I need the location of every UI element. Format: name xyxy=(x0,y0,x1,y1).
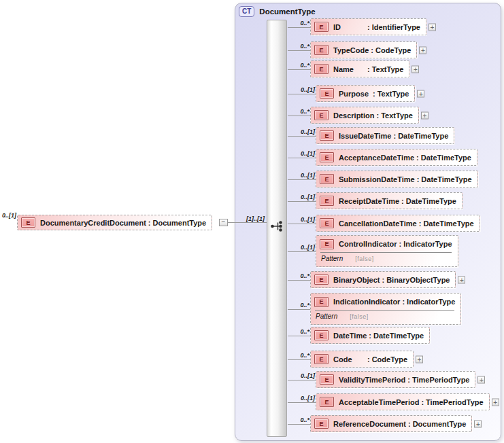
element-node-referencedocument[interactable]: EReferenceDocument:DocumentType+ xyxy=(310,415,472,432)
element-row: 0..[1]EReceiptDateTime:DateTimeType xyxy=(288,192,463,209)
connector-line: 0..* xyxy=(288,327,310,344)
type-separator: : xyxy=(419,219,422,228)
element-node-cancellationdatetime[interactable]: ECancellationDateTime:DateTimeType xyxy=(316,215,480,232)
cardinality-label: 0..* xyxy=(300,417,309,423)
element-name: Description xyxy=(333,111,375,120)
element-node-receiptdatetime[interactable]: EReceiptDateTime:DateTimeType xyxy=(316,192,463,209)
element-node-description[interactable]: EDescription:TextType+ xyxy=(310,107,419,124)
element-node-acceptabletimeperiod[interactable]: EAcceptableTimePeriod:TimePeriodType+ xyxy=(316,393,490,410)
element-node-issuedatetime[interactable]: EIssueDateTime:DateTimeType xyxy=(316,127,454,144)
element-icon: E xyxy=(314,64,329,74)
element-name: TypeCode xyxy=(333,46,369,54)
element-name: AcceptableTimePeriod xyxy=(339,398,419,406)
element-name: SubmissionDateTime xyxy=(339,175,415,183)
element-node-binaryobject[interactable]: EBinaryObject:BinaryObjectType+ xyxy=(310,271,456,288)
element-node-validitytimeperiod[interactable]: EValidityTimePeriod:TimePeriodType+ xyxy=(316,371,475,388)
element-icon: E xyxy=(314,354,329,364)
expand-icon[interactable]: + xyxy=(419,46,426,54)
type-separator: : xyxy=(369,332,371,340)
connector-line: 0..* xyxy=(288,271,310,288)
element-name: BinaryObject xyxy=(333,276,380,284)
connector-line: 0..* xyxy=(288,293,310,325)
element-node-indicationindicator[interactable]: EIndicationIndicator:IndicatorTypePatter… xyxy=(310,293,461,325)
element-name: ID xyxy=(333,23,365,31)
element-row: 0..*EIndicationIndicator:IndicatorTypePa… xyxy=(288,293,461,325)
element-node-acceptancedatetime[interactable]: EAcceptanceDateTime:DateTimeType xyxy=(316,149,477,166)
element-icon: E xyxy=(320,218,334,228)
schema-diagram: 0..[1] E DocumentaryCreditDocument : Doc… xyxy=(0,0,504,443)
connector-line: 0..* xyxy=(288,41,310,58)
expand-icon[interactable]: + xyxy=(429,23,436,31)
element-icon: E xyxy=(314,297,329,307)
cardinality-label: 0..[1] xyxy=(301,194,315,200)
connector-line: 0..[1] xyxy=(288,192,316,209)
type-separator: : xyxy=(407,376,410,384)
connector-line: 0..[1] xyxy=(288,371,316,388)
element-type: DateTimeType xyxy=(398,132,448,140)
element-icon: E xyxy=(320,88,334,99)
link-cardinality-label: [1]..[1] xyxy=(238,215,265,222)
element-name: ValidityTimePeriod xyxy=(339,376,405,384)
type-separator: : xyxy=(371,46,373,54)
type-separator: : xyxy=(416,154,419,162)
element-row: 0..*EDateTime:DateTimeType xyxy=(288,327,430,344)
element-node-purpose[interactable]: EPurpose:TextType+ xyxy=(316,85,415,102)
element-row: 0..[1]EPurpose:TextType+ xyxy=(288,85,415,102)
type-separator: : xyxy=(373,90,375,98)
cardinality-label: 0..[1] xyxy=(301,128,315,135)
connector-line: 0..[1] xyxy=(288,149,316,166)
element-node-name[interactable]: EName:TextType+ xyxy=(310,60,409,77)
cardinality-label: 0..[1] xyxy=(301,244,315,251)
element-icon: E xyxy=(320,239,334,249)
type-separator: : xyxy=(393,132,396,140)
element-name: Code xyxy=(333,355,365,364)
expand-icon[interactable]: + xyxy=(411,65,419,73)
expand-icon[interactable]: + xyxy=(417,90,424,97)
element-row: 0..*EName:TextType+ xyxy=(288,60,409,77)
element-name: ControlIndicator xyxy=(339,240,397,248)
type-separator: : xyxy=(417,175,420,183)
element-icon: E xyxy=(320,152,334,162)
connector-line: 0..[1] xyxy=(288,127,316,144)
element-node-controlindicator[interactable]: EControlIndicator:IndicatorTypePattern[f… xyxy=(316,235,458,267)
type-separator: : xyxy=(148,219,151,227)
element-node-submissiondatetime[interactable]: ESubmissionDateTime:DateTimeType xyxy=(316,171,478,188)
facet-row: Pattern[false] xyxy=(320,253,452,262)
root-element-node[interactable]: E DocumentaryCreditDocument : DocumentTy… xyxy=(17,215,212,230)
element-node-code[interactable]: ECode:CodeType+ xyxy=(310,351,414,368)
element-icon: E xyxy=(21,217,35,228)
type-separator: : xyxy=(382,276,384,284)
element-row: 0..[1]EValidityTimePeriod:TimePeriodType… xyxy=(288,371,475,388)
element-type: DateTimeType xyxy=(423,219,473,228)
complex-type-container: CT DocumentType 0..*EID:IdentifierType+0… xyxy=(235,3,501,441)
element-type: CodeType xyxy=(372,355,407,364)
element-icon: E xyxy=(320,196,334,206)
expand-icon[interactable]: + xyxy=(477,376,485,383)
expand-icon[interactable]: + xyxy=(492,398,499,406)
expand-icon[interactable]: + xyxy=(416,355,423,363)
element-icon: E xyxy=(320,130,334,141)
element-node-datetime[interactable]: EDateTime:DateTimeType xyxy=(310,327,430,344)
element-node-id[interactable]: EID:IdentifierType+ xyxy=(310,18,426,35)
element-icon: E xyxy=(320,397,334,407)
root-cardinality-label: 0..[1] xyxy=(2,212,16,219)
element-name: AcceptanceDateTime xyxy=(339,154,414,162)
element-type: TimePeriodType xyxy=(412,376,470,384)
element-node-typecode[interactable]: ETypeCode:CodeType+ xyxy=(310,41,417,58)
cardinality-label: 0..[1] xyxy=(301,216,315,223)
connector-line: 0..[1] xyxy=(288,393,316,410)
element-row: 0..*EDescription:TextType+ xyxy=(288,107,419,124)
complex-type-badge-icon: CT xyxy=(239,6,254,17)
element-type: DateTimeType xyxy=(421,175,471,183)
collapse-icon[interactable]: − xyxy=(219,219,228,226)
connector-line: 0..* xyxy=(288,60,310,77)
type-separator: : xyxy=(399,240,402,248)
type-separator: : xyxy=(408,420,411,428)
expand-icon[interactable]: + xyxy=(421,111,429,119)
element-icon: E xyxy=(314,110,329,120)
expand-icon[interactable]: + xyxy=(474,420,482,427)
expand-icon[interactable]: + xyxy=(458,276,465,283)
element-name: ReferenceDocument xyxy=(333,420,406,428)
element-type: DateTimeType xyxy=(373,332,424,340)
element-icon: E xyxy=(320,374,334,385)
